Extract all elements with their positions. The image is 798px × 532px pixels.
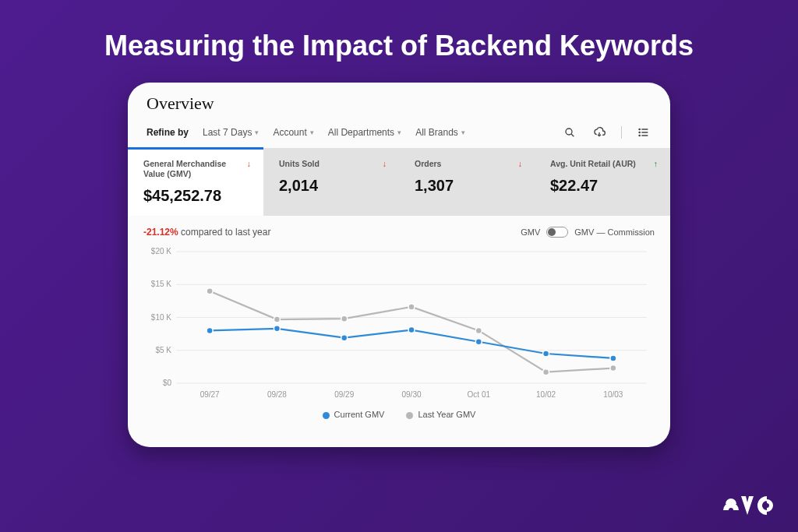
svg-point-25 bbox=[207, 288, 213, 294]
filter-account[interactable]: Account ▾ bbox=[273, 127, 313, 138]
chart-area: $0$5 K$10 K$15 K$20 K09/2709/2809/2909/3… bbox=[128, 241, 670, 405]
svg-point-34 bbox=[341, 335, 348, 341]
kpi-units-value: 2,014 bbox=[279, 177, 387, 195]
svg-point-38 bbox=[610, 355, 616, 361]
filter-date-range-label: Last 7 Days bbox=[203, 127, 252, 138]
chevron-down-icon: ▾ bbox=[461, 129, 465, 136]
chart-subheader: -21.12% compared to last year GMV GMV — … bbox=[128, 216, 670, 241]
trend-up-icon: ↑ bbox=[654, 159, 658, 168]
comparison-suffix: compared to last year bbox=[178, 227, 271, 238]
kpi-units-sold[interactable]: Units Sold ↓ 2,014 bbox=[263, 148, 399, 216]
svg-point-27 bbox=[341, 315, 348, 322]
filter-bar: Refine by Last 7 Days ▾ Account ▾ All De… bbox=[143, 125, 655, 148]
filter-brands[interactable]: All Brands ▾ bbox=[415, 127, 465, 138]
legend-last-label: Last Year GMV bbox=[418, 410, 475, 419]
kpi-aur-value: $22.47 bbox=[550, 177, 658, 195]
brand-logo bbox=[715, 487, 776, 521]
list-view-icon[interactable] bbox=[636, 125, 651, 140]
svg-point-5 bbox=[639, 129, 640, 129]
svg-point-28 bbox=[408, 304, 415, 310]
svg-point-32 bbox=[207, 328, 213, 334]
hero-title: Measuring the Impact of Backend Keywords bbox=[0, 0, 798, 62]
svg-point-36 bbox=[475, 339, 482, 345]
kpi-orders-title: Orders bbox=[415, 159, 441, 169]
svg-text:09/27: 09/27 bbox=[200, 390, 220, 399]
legend-last-year: Last Year GMV bbox=[406, 410, 475, 419]
svg-point-33 bbox=[274, 326, 280, 332]
svg-point-37 bbox=[543, 351, 549, 357]
toggle-label-left: GMV bbox=[521, 227, 540, 237]
chevron-down-icon: ▾ bbox=[310, 129, 314, 136]
svg-text:10/03: 10/03 bbox=[603, 390, 623, 399]
svg-point-30 bbox=[543, 369, 549, 375]
gmv-line-chart: $0$5 K$10 K$15 K$20 K09/2709/2809/2909/3… bbox=[143, 245, 655, 405]
chart-legend: Current GMV Last Year GMV bbox=[128, 405, 670, 427]
svg-text:09/28: 09/28 bbox=[267, 390, 287, 399]
svg-line-1 bbox=[571, 134, 574, 136]
legend-dot-current-icon bbox=[323, 412, 330, 419]
kpi-gmv[interactable]: General Merchandise Value (GMV) ↓ $45,25… bbox=[128, 148, 263, 216]
page-title: Overview bbox=[143, 93, 655, 114]
svg-text:$15 K: $15 K bbox=[151, 280, 171, 289]
filter-departments[interactable]: All Departments ▾ bbox=[328, 127, 401, 138]
trend-down-icon: ↓ bbox=[383, 159, 387, 168]
kpi-units-title: Units Sold bbox=[279, 159, 320, 169]
kpi-aur[interactable]: Avg. Unit Retail (AUR) ↑ $22.47 bbox=[535, 148, 670, 216]
refine-label: Refine by bbox=[147, 127, 189, 138]
divider bbox=[621, 126, 622, 139]
legend-current: Current GMV bbox=[323, 410, 385, 419]
comparison-delta: -21.12% bbox=[143, 227, 178, 238]
kpi-orders[interactable]: Orders ↓ 1,307 bbox=[399, 148, 535, 216]
svg-text:$20 K: $20 K bbox=[151, 247, 171, 255]
svg-point-26 bbox=[274, 316, 280, 322]
svg-text:$5 K: $5 K bbox=[155, 346, 171, 354]
svg-point-6 bbox=[639, 132, 640, 132]
filter-departments-label: All Departments bbox=[328, 127, 394, 138]
filter-date-range[interactable]: Last 7 Days ▾ bbox=[203, 127, 259, 138]
download-icon[interactable] bbox=[591, 125, 607, 140]
svg-text:Oct 01: Oct 01 bbox=[468, 390, 491, 399]
kpi-aur-title: Avg. Unit Retail (AUR) bbox=[550, 159, 636, 169]
dashboard-card: Overview Refine by Last 7 Days ▾ Account… bbox=[128, 83, 670, 447]
gmv-commission-toggle[interactable] bbox=[546, 227, 568, 238]
filter-account-label: Account bbox=[273, 127, 306, 138]
kpi-gmv-value: $45,252.78 bbox=[143, 187, 251, 205]
kpi-gmv-title: General Merchandise Value (GMV) bbox=[143, 159, 242, 179]
gmv-toggle-group: GMV GMV — Commission bbox=[521, 227, 655, 238]
svg-text:$0: $0 bbox=[163, 379, 172, 387]
svg-text:09/30: 09/30 bbox=[401, 390, 421, 399]
svg-text:09/29: 09/29 bbox=[334, 390, 354, 399]
chevron-down-icon: ▾ bbox=[255, 129, 259, 136]
svg-point-35 bbox=[408, 327, 415, 333]
svg-point-31 bbox=[610, 365, 616, 372]
comparison-text: -21.12% compared to last year bbox=[143, 227, 270, 238]
svg-point-29 bbox=[475, 328, 482, 334]
trend-down-icon: ↓ bbox=[518, 159, 522, 168]
kpi-orders-value: 1,307 bbox=[415, 177, 522, 195]
legend-dot-last-icon bbox=[406, 412, 413, 419]
svg-text:10/02: 10/02 bbox=[536, 390, 556, 399]
chevron-down-icon: ▾ bbox=[397, 129, 401, 136]
filter-brands-label: All Brands bbox=[415, 127, 458, 138]
search-icon[interactable] bbox=[562, 125, 577, 140]
svg-text:$10 K: $10 K bbox=[151, 313, 171, 322]
svg-point-0 bbox=[566, 129, 572, 135]
toggle-label-right: GMV — Commission bbox=[574, 227, 655, 237]
kpi-row: General Merchandise Value (GMV) ↓ $45,25… bbox=[128, 148, 670, 216]
svg-point-7 bbox=[639, 135, 640, 136]
legend-current-label: Current GMV bbox=[334, 410, 385, 419]
trend-down-icon: ↓ bbox=[247, 159, 251, 168]
